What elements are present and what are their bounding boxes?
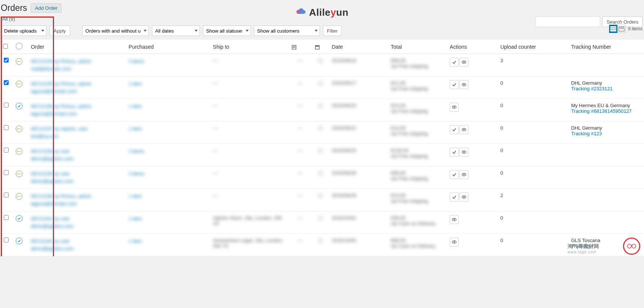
complete-order-button[interactable] xyxy=(450,80,459,89)
purchased-items[interactable]: 1 item xyxy=(129,125,207,133)
purchased-items[interactable]: 1 item xyxy=(129,215,207,223)
order-link[interactable]: WC#1238 by user xyxy=(31,148,123,155)
order-email[interactable]: laguna@domain.com xyxy=(31,110,123,118)
view-excerpt-button[interactable] xyxy=(617,25,626,33)
order-link[interactable]: WC#1234 by Primus, admin xyxy=(31,58,123,65)
date-icon-cell: ▢ xyxy=(318,170,323,176)
order-email[interactable]: laguna@domain.com xyxy=(31,200,123,208)
tracking-provider: GLS Toscana xyxy=(571,238,600,243)
order-row: WC#1242 by userdemo@aghero.com1 itemSome… xyxy=(0,234,644,256)
note-cell: — xyxy=(298,125,303,131)
order-email[interactable]: laguna@domain.com xyxy=(31,88,123,95)
tracking-link[interactable]: Tracking #68138145950127 xyxy=(571,108,641,114)
order-email[interactable]: demo@aghero.com xyxy=(31,178,123,185)
svg-point-29 xyxy=(632,244,636,248)
row-checkbox[interactable] xyxy=(4,215,9,220)
order-link[interactable]: WC#1241 by user xyxy=(31,215,123,223)
view-order-button[interactable] xyxy=(459,80,468,89)
order-row: •••WC#1238 by userdemo@aghero.com3 items… xyxy=(0,144,644,166)
row-checkbox[interactable] xyxy=(4,80,9,85)
column-ship-to: Ship to xyxy=(210,40,288,54)
order-email[interactable]: demo@aghero.com xyxy=(31,223,123,230)
complete-order-button[interactable] xyxy=(450,58,459,67)
status-filter-select[interactable]: Show all statuses xyxy=(203,25,251,36)
view-order-button[interactable] xyxy=(450,238,459,247)
view-order-button[interactable] xyxy=(459,170,468,179)
svg-point-15 xyxy=(453,106,455,108)
order-link[interactable]: WC#1237 by reports, user xyxy=(31,125,123,133)
order-total: €36.00 xyxy=(391,215,406,221)
purchased-items[interactable]: 3 items xyxy=(129,170,207,178)
order-total-via: via Free shipping xyxy=(391,131,428,136)
svg-rect-6 xyxy=(293,46,295,46)
order-link[interactable]: WC#1236 by Primus, admin xyxy=(31,103,123,110)
order-link[interactable]: WC#1242 by user xyxy=(31,238,123,245)
purchased-items[interactable]: 3 items xyxy=(129,58,207,65)
order-email[interactable]: test@xy.com xyxy=(31,133,123,140)
order-link[interactable]: WC#1235 by Primus, admin xyxy=(31,80,123,88)
filter-all-link[interactable]: All xyxy=(2,16,8,22)
purchased-items[interactable]: 1 item xyxy=(129,80,207,88)
customer-filter-select[interactable]: Show all customers xyxy=(254,25,320,36)
ship-to: — xyxy=(213,58,218,63)
order-row: •••WC#1240 by Primus, adminlaguna@domain… xyxy=(0,189,644,211)
view-list-button[interactable] xyxy=(609,25,617,33)
apply-button[interactable]: Apply xyxy=(50,25,70,36)
date-icon-cell: ▢ xyxy=(318,215,323,221)
date-icon-cell: ▢ xyxy=(318,148,323,153)
row-checkbox[interactable] xyxy=(4,238,9,242)
tracking-link[interactable]: Tracking #2323121 xyxy=(571,86,641,91)
bulk-action-select[interactable]: Delete uploads xyxy=(1,25,47,36)
view-order-button[interactable] xyxy=(459,58,468,67)
order-row: •••WC#1235 by Primus, adminlaguna@domain… xyxy=(0,76,644,99)
purchased-items[interactable]: 1 item xyxy=(129,193,207,200)
uploads-filter-select[interactable]: Orders with and without u xyxy=(82,25,149,36)
purchased-items[interactable]: 1 item xyxy=(129,103,207,110)
upload-counter: 0 xyxy=(500,238,503,243)
order-total: €98.00 xyxy=(391,170,406,176)
complete-order-button[interactable] xyxy=(450,148,459,157)
filter-button[interactable]: Filter xyxy=(323,25,342,36)
row-checkbox[interactable] xyxy=(4,170,9,175)
complete-order-button[interactable] xyxy=(450,125,459,134)
order-link[interactable]: WC#1240 by Primus, admin xyxy=(31,193,123,200)
dates-filter-select[interactable]: All dates xyxy=(152,25,200,36)
tracking-link[interactable]: Tracking #123 xyxy=(571,131,641,136)
complete-order-button[interactable] xyxy=(450,170,459,179)
svg-rect-0 xyxy=(611,27,616,28)
view-order-button[interactable] xyxy=(450,215,459,224)
column-purchased: Purchased xyxy=(126,40,210,54)
svg-point-28 xyxy=(627,244,632,248)
order-email[interactable]: demo@aghero.com xyxy=(31,245,123,253)
purchased-items[interactable]: 1 item xyxy=(129,238,207,245)
view-order-button[interactable] xyxy=(459,193,468,202)
column-total[interactable]: Total xyxy=(388,40,447,54)
note-cell: — xyxy=(298,148,303,153)
add-order-button[interactable]: Add Order xyxy=(31,3,62,13)
view-order-button[interactable] xyxy=(450,103,459,112)
column-order[interactable]: Order xyxy=(28,40,126,54)
order-email[interactable]: mail@domain.com xyxy=(31,65,123,73)
order-total: €21.00 xyxy=(391,80,406,86)
order-email[interactable]: demo@aghero.com xyxy=(31,155,123,163)
order-total: €24.00 xyxy=(391,103,406,108)
purchased-items[interactable]: 3 items xyxy=(129,148,207,155)
row-checkbox[interactable] xyxy=(4,193,9,197)
calendar-icon xyxy=(315,43,320,49)
row-checkbox[interactable] xyxy=(4,103,9,108)
upload-counter: 0 xyxy=(500,80,503,86)
order-total-via: via Free shipping xyxy=(391,86,428,91)
order-link[interactable]: WC#1239 by user xyxy=(31,170,123,178)
date-icon-cell: ▢ xyxy=(318,193,323,198)
upload-counter: 2 xyxy=(500,193,503,198)
complete-order-button[interactable] xyxy=(450,193,459,202)
view-order-button[interactable] xyxy=(459,148,468,157)
note-cell: — xyxy=(298,103,303,108)
row-checkbox[interactable] xyxy=(4,58,9,63)
select-all-checkbox[interactable] xyxy=(3,44,8,49)
svg-point-27 xyxy=(453,241,455,243)
view-order-button[interactable] xyxy=(459,125,468,134)
column-date[interactable]: Date xyxy=(329,40,387,54)
row-checkbox[interactable] xyxy=(4,125,9,130)
row-checkbox[interactable] xyxy=(4,148,9,153)
